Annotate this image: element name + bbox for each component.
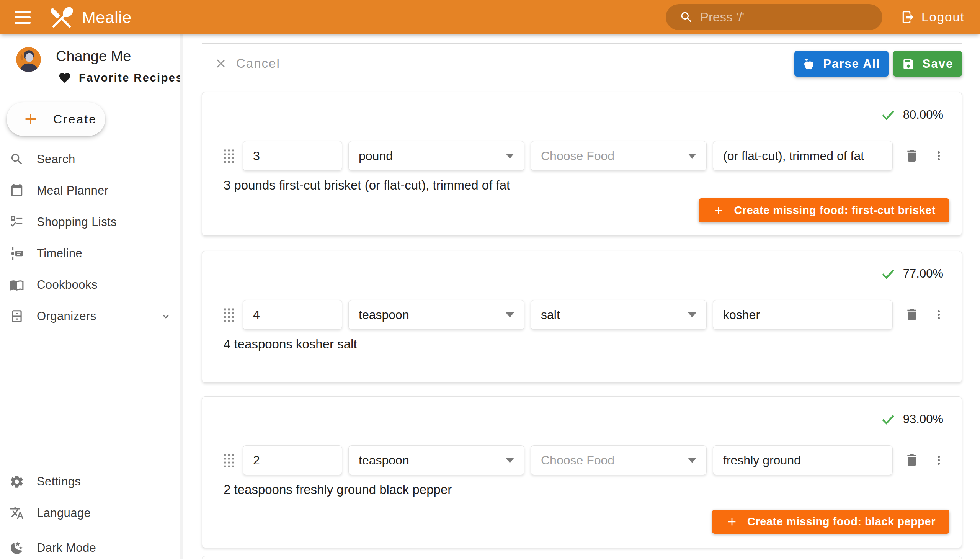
note-input[interactable] <box>723 308 882 322</box>
food-select[interactable]: salt <box>530 300 707 330</box>
check-icon <box>880 107 896 123</box>
sidebar-item-meal-planner[interactable]: Meal Planner <box>0 175 184 207</box>
quantity-input-wrap <box>243 445 342 475</box>
plus-icon <box>22 110 40 128</box>
unit-select[interactable]: teaspoon <box>349 445 524 475</box>
sidebar-item-language[interactable]: Language <box>0 497 184 529</box>
favorite-recipes-link[interactable]: Favorite Recipes <box>58 71 183 84</box>
quantity-input-wrap <box>243 300 342 330</box>
gear-icon <box>9 474 25 489</box>
dropdown-arrow-icon <box>688 154 696 159</box>
user-name: Change Me <box>56 48 131 65</box>
sidebar-item-timeline[interactable]: Timeline <box>0 238 184 269</box>
section-divider <box>202 43 962 44</box>
checklist-icon <box>9 214 25 230</box>
trash-icon <box>904 307 919 322</box>
quantity-input[interactable] <box>253 308 332 322</box>
ingredient-menu-button[interactable] <box>929 304 948 326</box>
logout-button[interactable]: Logout <box>897 7 968 28</box>
parse-all-button[interactable]: Parse All <box>794 51 889 76</box>
confidence-badge: 77.00% <box>880 266 943 282</box>
quantity-input-wrap <box>243 141 342 171</box>
ingredient-card: 77.00% teaspoon salt <box>202 251 962 383</box>
book-open-icon <box>9 277 25 293</box>
sidebar-divider <box>0 91 184 91</box>
dots-vertical-icon <box>932 149 945 163</box>
trash-icon <box>904 453 919 468</box>
cancel-button[interactable]: Cancel <box>208 51 286 76</box>
sidebar-item-dark-mode[interactable]: Dark Mode <box>0 532 184 559</box>
menu-icon[interactable] <box>12 7 36 28</box>
ingredient-menu-button[interactable] <box>929 450 948 471</box>
sidebar: Change Me Favorite Recipes Create Search <box>0 35 184 559</box>
search-icon <box>679 10 693 24</box>
search-icon <box>9 152 25 167</box>
drag-handle[interactable] <box>220 145 237 167</box>
confidence-badge: 80.00% <box>880 107 943 123</box>
app-title: Mealie <box>82 8 132 27</box>
food-select[interactable]: Choose Food <box>530 141 707 171</box>
delete-ingredient-button[interactable] <box>901 450 922 471</box>
timeline-icon <box>9 246 25 261</box>
create-missing-food-button[interactable]: Create missing food: first-cut brisket <box>699 198 949 222</box>
confidence-badge: 93.00% <box>880 411 943 427</box>
create-missing-food-button[interactable]: Create missing food: black pepper <box>712 509 949 534</box>
quantity-input[interactable] <box>253 149 332 163</box>
avatar[interactable] <box>16 47 41 72</box>
app-bar: Mealie Logout <box>0 0 980 35</box>
trash-icon <box>904 148 919 164</box>
ingredient-card-partial <box>202 556 962 559</box>
organizers-icon <box>9 309 25 324</box>
sidebar-nav: Search Meal Planner Shoppin <box>0 144 184 332</box>
delete-ingredient-button[interactable] <box>901 304 922 326</box>
search-input[interactable] <box>700 10 873 25</box>
delete-ingredient-button[interactable] <box>901 145 922 167</box>
quantity-input[interactable] <box>253 453 332 468</box>
note-input-wrap <box>713 141 893 171</box>
sidebar-item-cookbooks[interactable]: Cookbooks <box>0 269 184 301</box>
heart-icon <box>58 71 71 84</box>
note-input[interactable] <box>723 453 882 468</box>
sidebar-item-settings[interactable]: Settings <box>0 466 184 497</box>
unit-select[interactable]: pound <box>349 141 524 171</box>
note-input[interactable] <box>723 149 882 163</box>
original-ingredient-text: 3 pounds first-cut brisket (or flat-cut)… <box>223 178 510 193</box>
food-select[interactable]: Choose Food <box>530 445 707 475</box>
ingredient-card: 80.00% pound Choose Food <box>202 92 962 236</box>
moon-stars-icon <box>9 540 25 556</box>
dropdown-arrow-icon <box>688 313 696 318</box>
save-button[interactable]: Save <box>893 51 962 76</box>
plus-icon <box>726 516 738 528</box>
ingredient-parser-panel: Cancel Parse All Save 80.00% <box>184 35 980 559</box>
logout-icon <box>901 10 915 25</box>
dots-vertical-icon <box>932 453 945 467</box>
drag-handle[interactable] <box>220 304 237 326</box>
check-icon <box>880 411 896 427</box>
dropdown-arrow-icon <box>506 458 514 463</box>
dropdown-arrow-icon <box>506 154 514 159</box>
note-input-wrap <box>713 300 893 330</box>
apple-icon <box>802 58 815 70</box>
unit-select[interactable]: teaspoon <box>349 300 524 330</box>
ingredient-menu-button[interactable] <box>929 145 948 167</box>
dropdown-arrow-icon <box>688 458 696 463</box>
dropdown-arrow-icon <box>506 313 514 318</box>
drag-handle[interactable] <box>220 450 237 471</box>
original-ingredient-text: 2 teaspoons freshly ground black pepper <box>223 483 452 497</box>
plus-icon <box>712 205 725 217</box>
dots-vertical-icon <box>932 308 945 322</box>
sidebar-item-organizers[interactable]: Organizers <box>0 301 184 332</box>
close-icon <box>214 57 228 70</box>
sidebar-bottom-nav: Settings Language Dark Mode <box>0 466 184 559</box>
ingredient-card: 93.00% teaspoon Choose Food <box>202 396 962 548</box>
chevron-down-icon <box>159 310 172 323</box>
calendar-icon <box>9 183 25 198</box>
sidebar-item-shopping-lists[interactable]: Shopping Lists <box>0 207 184 238</box>
sidebar-item-search[interactable]: Search <box>0 144 184 175</box>
check-icon <box>880 266 896 282</box>
global-search[interactable] <box>666 4 882 30</box>
create-button[interactable]: Create <box>7 102 105 136</box>
translate-icon <box>9 505 25 521</box>
mealie-logo-icon <box>47 2 76 32</box>
original-ingredient-text: 4 teaspoons kosher salt <box>223 337 357 351</box>
